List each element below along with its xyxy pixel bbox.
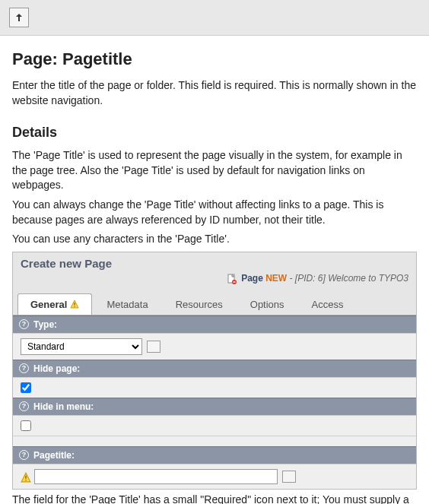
hide-menu-checkbox[interactable] bbox=[21, 420, 31, 431]
type-select[interactable]: Standard bbox=[21, 338, 142, 355]
panel-header: Create new Page bbox=[13, 252, 416, 271]
form-area: ? Type: Standard ? Hide page: ? Hide in … bbox=[13, 315, 416, 489]
svg-rect-5 bbox=[25, 475, 26, 478]
after-text: The field for the 'Page Title' has a sma… bbox=[12, 493, 417, 504]
details-p3: You can use any characters in the 'Page … bbox=[12, 232, 417, 247]
field-row-type: Standard bbox=[13, 333, 416, 360]
up-button[interactable] bbox=[9, 8, 29, 27]
svg-rect-6 bbox=[25, 479, 26, 480]
intro-text: Enter the title of the page or folder. T… bbox=[12, 78, 417, 108]
up-arrow-icon bbox=[14, 13, 24, 22]
spacer bbox=[13, 436, 416, 446]
create-page-panel: Create new Page Page NEW - [PID: 6] Welc… bbox=[12, 252, 417, 490]
field-label-pagetitle: ? Pagetitle: bbox=[13, 446, 416, 464]
page-title: Page: Pagetitle bbox=[12, 49, 417, 69]
topbar bbox=[0, 0, 429, 36]
field-label-hidemenu: ? Hide in menu: bbox=[13, 398, 416, 415]
details-heading: Details bbox=[12, 125, 417, 141]
details-p1: The 'Page Title' is used to represent th… bbox=[12, 148, 417, 193]
tabs: General Metadata Resources Options Acces… bbox=[13, 290, 416, 315]
field-label-hidepage: ? Hide page: bbox=[13, 360, 416, 377]
page-icon bbox=[227, 274, 237, 284]
tab-options[interactable]: Options bbox=[237, 293, 297, 315]
svg-rect-2 bbox=[233, 281, 235, 282]
field-row-hidepage bbox=[13, 377, 416, 398]
help-icon[interactable]: ? bbox=[19, 319, 29, 329]
warning-icon bbox=[70, 300, 79, 309]
svg-rect-3 bbox=[75, 303, 75, 306]
form-icon[interactable] bbox=[282, 471, 296, 483]
field-row-pagetitle bbox=[13, 464, 416, 489]
label-text: Pagetitle: bbox=[33, 450, 75, 461]
help-icon[interactable]: ? bbox=[19, 450, 29, 460]
pagetitle-input[interactable] bbox=[34, 469, 278, 484]
breadcrumb-new: NEW bbox=[265, 273, 287, 284]
label-text: Hide in menu: bbox=[33, 401, 94, 412]
label-text: Hide page: bbox=[33, 363, 80, 374]
tab-label: Options bbox=[250, 299, 284, 310]
help-icon[interactable]: ? bbox=[19, 401, 29, 411]
details-p2: You can always change the 'Page Title' w… bbox=[12, 198, 417, 227]
field-label-type: ? Type: bbox=[13, 315, 416, 333]
tab-label: Resources bbox=[176, 299, 223, 310]
tab-label: Metadata bbox=[106, 299, 148, 310]
tab-access[interactable]: Access bbox=[299, 293, 357, 315]
tab-label: General bbox=[30, 299, 67, 310]
tab-resources[interactable]: Resources bbox=[163, 293, 236, 315]
breadcrumb: Page NEW - [PID: 6] Welcome to TYPO3 bbox=[13, 271, 416, 290]
breadcrumb-path: - [PID: 6] Welcome to TYPO3 bbox=[290, 273, 409, 284]
breadcrumb-page: Page bbox=[241, 273, 263, 284]
label-text: Type: bbox=[33, 319, 57, 330]
svg-rect-4 bbox=[75, 306, 75, 307]
form-icon[interactable] bbox=[147, 341, 160, 353]
required-icon bbox=[21, 472, 30, 481]
hide-page-checkbox[interactable] bbox=[21, 382, 31, 393]
tab-general[interactable]: General bbox=[17, 293, 92, 315]
panel-title: Create new Page bbox=[21, 257, 112, 270]
tab-metadata[interactable]: Metadata bbox=[94, 293, 160, 315]
tab-label: Access bbox=[312, 299, 344, 310]
help-icon[interactable]: ? bbox=[19, 363, 29, 373]
field-row-hidemenu bbox=[13, 415, 416, 436]
page-content: Page: Pagetitle Enter the title of the p… bbox=[0, 36, 429, 504]
